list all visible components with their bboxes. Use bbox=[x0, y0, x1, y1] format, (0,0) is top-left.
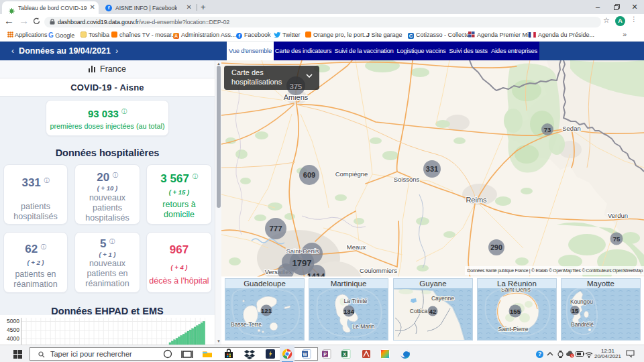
svg-text:Le Marin: Le Marin bbox=[352, 323, 374, 330]
svg-text:1797: 1797 bbox=[292, 258, 312, 268]
svg-text:4000: 4000 bbox=[7, 335, 19, 342]
svg-text:Verdun: Verdun bbox=[608, 212, 628, 219]
svg-text:5000: 5000 bbox=[7, 318, 19, 324]
svg-text:290: 290 bbox=[490, 243, 502, 251]
svg-text:La Trinité: La Trinité bbox=[344, 298, 368, 304]
svg-text:Basse-Terre: Basse-Terre bbox=[231, 321, 262, 328]
svg-text:Reims: Reims bbox=[466, 196, 487, 204]
svg-text:75: 75 bbox=[613, 235, 621, 243]
svg-text:Saint-Denis: Saint-Denis bbox=[286, 247, 319, 255]
svg-text:331: 331 bbox=[426, 165, 438, 173]
svg-text:Bandrélé: Bandrélé bbox=[571, 321, 594, 328]
svg-text:4500: 4500 bbox=[7, 326, 19, 333]
svg-text:Meaux: Meaux bbox=[347, 243, 366, 251]
svg-text:Compiègne: Compiègne bbox=[335, 170, 368, 178]
svg-text:155: 155 bbox=[510, 308, 521, 315]
svg-text:W: W bbox=[303, 352, 307, 357]
svg-text:777: 777 bbox=[269, 225, 282, 233]
svg-text:134: 134 bbox=[343, 308, 355, 315]
svg-text:Soissons: Soissons bbox=[394, 176, 420, 183]
svg-text:Cottica: Cottica bbox=[410, 308, 428, 314]
svg-text:Coulommiers: Coulommiers bbox=[360, 267, 397, 274]
svg-text:Sedan: Sedan bbox=[562, 125, 580, 132]
svg-text:609: 609 bbox=[303, 171, 315, 179]
svg-text:Cayenne: Cayenne bbox=[431, 295, 454, 302]
svg-text:Saint-Pierre: Saint-Pierre bbox=[498, 326, 529, 333]
svg-text:15: 15 bbox=[572, 307, 579, 314]
svg-text:Koungou: Koungou bbox=[570, 298, 593, 305]
svg-text:73: 73 bbox=[544, 126, 551, 133]
svg-text:P: P bbox=[323, 352, 327, 357]
svg-text:X: X bbox=[343, 352, 346, 357]
svg-text:121: 121 bbox=[261, 307, 272, 314]
svg-text:42: 42 bbox=[429, 308, 437, 315]
